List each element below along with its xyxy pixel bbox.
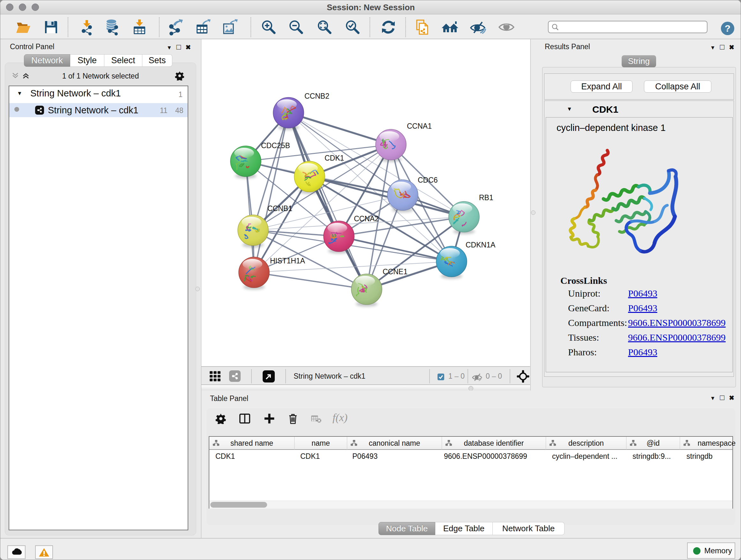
svg-text:CCNB1: CCNB1 [267, 204, 292, 212]
svg-text:CCNA1: CCNA1 [407, 122, 432, 130]
svg-text:HIST1H1A: HIST1H1A [270, 257, 306, 265]
svg-text:CDC25B: CDC25B [261, 141, 290, 150]
svg-text:CDC6: CDC6 [418, 176, 438, 184]
svg-text:RB1: RB1 [479, 193, 493, 202]
svg-text:CDKN1A: CDKN1A [466, 241, 495, 249]
svg-text:CCNB2: CCNB2 [305, 92, 329, 100]
svg-text:CCNE1: CCNE1 [383, 267, 408, 276]
svg-text:CDK1: CDK1 [325, 154, 344, 162]
svg-text:CCNA2: CCNA2 [354, 214, 379, 223]
